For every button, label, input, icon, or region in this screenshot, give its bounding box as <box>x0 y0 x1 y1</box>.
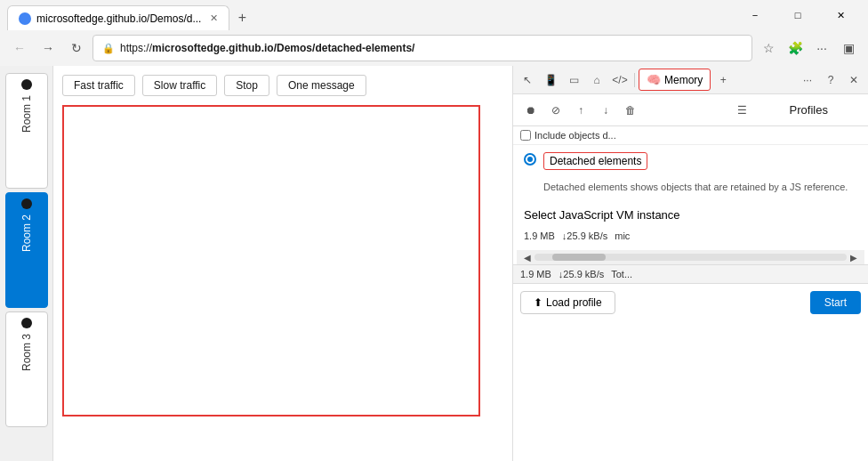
devtools-panel: ↖ 📱 ▭ ⌂ </> 🧠 Memory + ··· ? ✕ ⏺ ⊘ <box>512 66 868 461</box>
active-tab[interactable]: microsoftedge.github.io/Demos/d... ✕ <box>7 5 229 30</box>
devtools-secondary-toolbar: ⏺ ⊘ ↑ ↓ 🗑 ☰ Profiles <box>513 94 868 126</box>
devtools-status-bar: 1.9 MB ↓25.9 kB/s Tot... <box>513 264 868 283</box>
sidebar-button[interactable]: ▣ <box>836 36 861 61</box>
browser-window: microsoftedge.github.io/Demos/d... ✕ + −… <box>0 0 868 461</box>
include-objects-checkbox[interactable] <box>520 130 531 141</box>
address-text: https://microsoftedge.github.io/Demos/de… <box>120 42 414 54</box>
favorites-button[interactable]: ☆ <box>756 36 781 61</box>
status-rate: ↓25.9 kB/s <box>559 269 604 279</box>
room-1-label: Room 1 <box>20 95 33 133</box>
rooms-sidebar: Room 1 Room 2 Room 3 <box>0 66 53 461</box>
main-area: Room 1 Room 2 Room 3 Fast traffic Slow t… <box>0 66 868 461</box>
memory-tab-label: Memory <box>664 74 703 86</box>
room-2-label: Room 2 <box>20 214 33 252</box>
title-bar: microsoftedge.github.io/Demos/d... ✕ + −… <box>0 0 868 30</box>
scrollbar-thumb[interactable] <box>552 254 606 261</box>
load-profile-label: Load profile <box>546 296 602 309</box>
devtools-more-button[interactable]: ··· <box>797 69 818 91</box>
record-button[interactable]: ⏺ <box>520 100 542 121</box>
refresh-button[interactable]: ↻ <box>64 36 89 61</box>
detached-radio[interactable] <box>524 153 536 166</box>
radio-fill <box>527 157 533 162</box>
minimize-button[interactable]: − <box>735 3 776 28</box>
security-icon: 🔒 <box>102 43 115 54</box>
source-button[interactable]: ⌂ <box>586 69 607 91</box>
room-2-dot <box>21 198 32 209</box>
include-objects-row: Include objects d... <box>513 126 868 145</box>
devtools-action-bar: ⬆ Load profile Start <box>513 283 868 321</box>
room-1-item[interactable]: Room 1 <box>5 73 48 189</box>
fast-traffic-button[interactable]: Fast traffic <box>62 75 135 96</box>
navigation-bar: ← → ↻ 🔒 https://microsoftedge.github.io/… <box>0 30 868 66</box>
profiles-tab[interactable]: Profiles <box>757 98 862 122</box>
room-2-item[interactable]: Room 2 <box>5 192 48 308</box>
clear-button[interactable]: 🗑 <box>620 100 641 121</box>
upload-button[interactable]: ↑ <box>570 100 591 121</box>
room-3-dot <box>21 318 32 328</box>
detached-elements-desc: Detached elements shows objects that are… <box>543 181 857 194</box>
vm-instance-row[interactable]: 1.9 MB ↓25.9 kB/s mic <box>524 229 857 243</box>
scrollbar-container: ◀ ▶ <box>517 250 864 264</box>
page-content: Fast traffic Slow traffic Stop One messa… <box>53 66 512 461</box>
room-3-label: Room 3 <box>20 334 33 371</box>
tab-favicon <box>19 12 31 25</box>
console-button[interactable]: ▭ <box>563 69 584 91</box>
detached-elements-section: Detached elements <box>513 145 868 177</box>
chat-area <box>62 105 480 417</box>
one-message-button[interactable]: One message <box>277 75 366 96</box>
forward-button[interactable]: → <box>36 36 60 61</box>
tab-bar: microsoftedge.github.io/Demos/d... ✕ + <box>7 0 727 30</box>
profiles-filter-button[interactable]: ☰ <box>732 100 753 121</box>
vm-rate: ↓25.9 kB/s <box>562 230 607 241</box>
room-3-item[interactable]: Room 3 <box>5 311 48 427</box>
memory-icon: 🧠 <box>647 73 661 86</box>
download-button[interactable]: ↓ <box>595 100 616 121</box>
help-button[interactable]: ? <box>820 69 841 91</box>
page-toolbar: Fast traffic Slow traffic Stop One messa… <box>62 75 503 96</box>
inspect-element-button[interactable]: ↖ <box>517 69 538 91</box>
scrollbar-track[interactable] <box>534 254 847 261</box>
status-size: 1.9 MB <box>520 269 551 279</box>
js-vm-title: Select JavaScript VM instance <box>524 208 857 222</box>
scroll-left-button[interactable]: ◀ <box>520 250 534 264</box>
vm-name: mic <box>615 230 630 241</box>
add-tab-button[interactable]: + <box>712 69 734 91</box>
back-button[interactable]: ← <box>7 36 32 61</box>
nav-right-buttons: ☆ 🧩 ··· ▣ <box>756 36 861 61</box>
room-1-dot <box>21 79 32 90</box>
detached-elements-label: Detached elements <box>543 152 647 170</box>
toolbar-separator <box>634 73 635 87</box>
tab-label: microsoftedge.github.io/Demos/d... <box>36 12 201 25</box>
status-info: 1.9 MB ↓25.9 kB/s Tot... <box>520 269 632 279</box>
devtools-toolbar: ↖ 📱 ▭ ⌂ </> 🧠 Memory + ··· ? ✕ <box>513 66 868 94</box>
start-button[interactable]: Start <box>810 291 861 314</box>
slow-traffic-button[interactable]: Slow traffic <box>142 75 217 96</box>
extensions-button[interactable]: 🧩 <box>783 36 808 61</box>
more-button[interactable]: ··· <box>809 36 834 61</box>
js-vm-section: Select JavaScript VM instance 1.9 MB ↓25… <box>513 201 868 250</box>
address-bar[interactable]: 🔒 https://microsoftedge.github.io/Demos/… <box>92 35 752 61</box>
stop-button[interactable]: Stop <box>224 75 269 96</box>
scroll-right-button[interactable]: ▶ <box>847 250 861 264</box>
code-button[interactable]: </> <box>609 69 631 91</box>
close-button[interactable]: ✕ <box>820 3 861 28</box>
vm-size: 1.9 MB <box>524 230 555 241</box>
vm-info: 1.9 MB ↓25.9 kB/s mic <box>524 230 630 241</box>
new-tab-button[interactable]: + <box>229 5 254 30</box>
maximize-button[interactable]: □ <box>777 3 818 28</box>
memory-tab[interactable]: 🧠 Memory <box>639 69 711 91</box>
window-controls: − □ ✕ <box>735 3 861 28</box>
include-objects-label: Include objects d... <box>534 130 616 141</box>
upload-icon: ⬆ <box>534 296 542 309</box>
devtools-close-button[interactable]: ✕ <box>843 69 864 91</box>
status-total: Tot... <box>611 269 632 279</box>
stop-record-button[interactable]: ⊘ <box>545 100 567 121</box>
load-profile-button[interactable]: ⬆ Load profile <box>520 291 615 314</box>
tab-close-button[interactable]: ✕ <box>210 12 218 24</box>
device-toolbar-button[interactable]: 📱 <box>540 69 561 91</box>
